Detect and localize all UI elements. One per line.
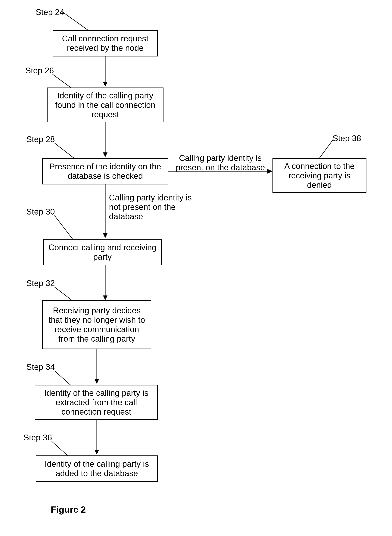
svg-line-21 xyxy=(52,441,69,456)
box-step-24: Call connection request received by the … xyxy=(53,30,158,57)
box-text-36: Identity of the calling party is added t… xyxy=(40,459,154,478)
svg-marker-2 xyxy=(103,82,107,86)
box-text-24: Call connection request received by the … xyxy=(57,34,154,53)
step-label-32: Step 32 xyxy=(26,278,55,288)
box-step-32: Receiving party decides that they no lon… xyxy=(42,300,151,349)
box-text-26: Identity of the calling party found in t… xyxy=(51,91,159,119)
box-step-28: Presence of the identity on the database… xyxy=(42,158,168,184)
arrow-30-32 xyxy=(102,265,109,301)
step-label-28: Step 28 xyxy=(26,134,55,144)
step-label-30: Step 30 xyxy=(26,207,55,216)
box-text-32: Receiving party decides that they no lon… xyxy=(47,306,147,344)
svg-marker-17 xyxy=(94,379,99,384)
step-label-34: Step 34 xyxy=(26,362,55,372)
arrow-34-36 xyxy=(93,420,101,455)
box-step-30: Connect calling and receiving party xyxy=(43,239,162,265)
step-label-24: Step 24 xyxy=(36,8,64,17)
svg-marker-20 xyxy=(94,450,99,455)
box-step-38: A connection to the receiving party is d… xyxy=(272,158,366,193)
svg-marker-5 xyxy=(103,153,107,157)
leader-line-30 xyxy=(55,212,92,242)
svg-marker-9 xyxy=(267,169,272,173)
box-step-26: Identity of the calling party found in t… xyxy=(47,87,163,122)
box-step-36: Identity of the calling party is added t… xyxy=(36,455,158,482)
arrow-28-30 xyxy=(102,184,109,239)
svg-line-6 xyxy=(55,143,75,159)
arrow-24-26 xyxy=(102,57,109,87)
box-text-34: Identity of the calling party is extract… xyxy=(39,388,154,416)
edge-label-28-30: Calling party identity is not present on… xyxy=(109,193,198,221)
box-text-38: A connection to the receiving party is d… xyxy=(277,162,362,190)
svg-line-7 xyxy=(319,140,333,158)
arrow-26-28 xyxy=(102,122,109,158)
box-text-28: Presence of the identity on the database… xyxy=(47,162,164,181)
svg-marker-11 xyxy=(103,233,107,238)
edge-label-28-38: Calling party identity is present on the… xyxy=(176,153,265,172)
svg-line-0 xyxy=(63,12,89,31)
step-label-36: Step 36 xyxy=(23,433,52,442)
box-text-30: Connect calling and receiving party xyxy=(47,243,157,262)
svg-marker-14 xyxy=(103,296,107,300)
svg-line-3 xyxy=(53,74,73,89)
svg-line-18 xyxy=(55,371,71,386)
svg-line-15 xyxy=(55,287,74,302)
figure-label: Figure 2 xyxy=(51,504,86,515)
step-label-26: Step 26 xyxy=(25,66,54,75)
box-step-34: Identity of the calling party is extract… xyxy=(35,385,158,420)
arrow-32-34 xyxy=(93,349,101,385)
svg-line-12 xyxy=(55,215,73,240)
